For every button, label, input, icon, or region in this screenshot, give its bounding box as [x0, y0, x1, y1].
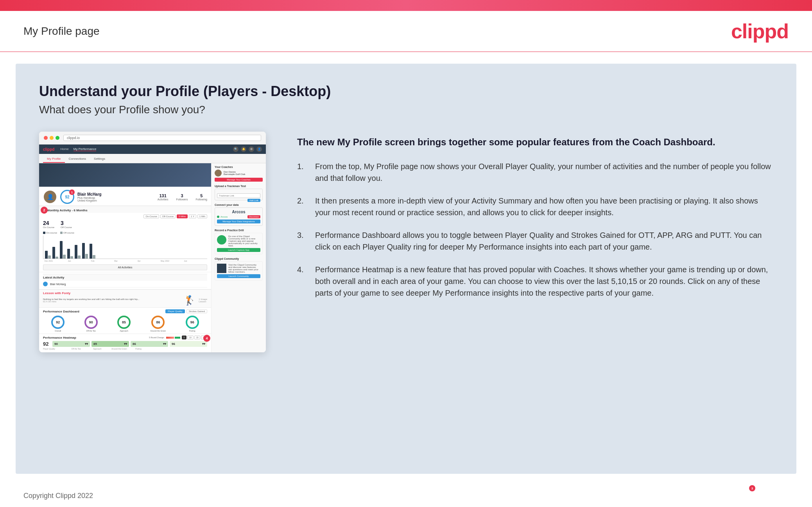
followers-stat: 3 Followers — [176, 193, 188, 201]
community-box: Visit the Clippd Community and discover … — [215, 261, 263, 280]
coach-club: Barnstaple Golf Club — [224, 173, 245, 175]
list-item: 4.Performance Heatmap is a new feature t… — [297, 264, 773, 299]
activity-section-header: Monthly Activity - 6 Months — [39, 206, 211, 213]
heatmap-controls: 5 Round Change: 5 10 15 — [149, 336, 207, 339]
ring-app[interactable]: 85 Approach — [117, 316, 131, 332]
rounds-15[interactable]: 15 — [194, 336, 201, 339]
url-bar[interactable]: clippd.io — [63, 135, 261, 141]
lesson-title: Lesson with Fonty — [43, 291, 207, 295]
heatmap-header: Performance Heatmap 5 Round Change: 5 — [43, 336, 207, 339]
ring-arg[interactable]: 86 Around the Green — [151, 316, 166, 332]
add-link-button[interactable]: Add Link — [247, 199, 260, 202]
activity-row[interactable]: Blair McHarg — [43, 281, 207, 287]
launch-drill-button[interactable]: Launch Capture App — [217, 248, 260, 252]
ring-ott-circle: 90 — [84, 316, 98, 329]
toggle-strokes-gained[interactable]: Strokes Gained — [186, 309, 207, 313]
coach-info: Dan Davies Barnstaple Golf Club — [224, 171, 245, 175]
pill-all[interactable]: 1 Mth — [197, 214, 207, 218]
ring-arg-label: Around the Green — [151, 330, 166, 332]
trackman-box: Add Link — [215, 189, 263, 200]
connected-row: Arccos Disconnect — [217, 215, 260, 218]
heatmap-cell-ott[interactable]: 90 ▾▾ — [52, 341, 90, 347]
toggle-player-quality[interactable]: Player Quality — [165, 309, 185, 313]
ring-overall[interactable]: 92 Overall — [51, 316, 65, 332]
heatmap-title: Performance Heatmap — [43, 336, 76, 339]
quality-ring[interactable]: 92 1 — [60, 190, 74, 204]
nav-link-performance[interactable]: My Performance — [73, 147, 97, 151]
xaxis-label: Mar — [114, 260, 136, 262]
tab-my-profile[interactable]: My Profile — [43, 155, 65, 163]
heatmap-cell-putt[interactable]: 96 ▾▾ — [170, 341, 207, 347]
bar-off-course — [70, 256, 73, 259]
trend-up-bar — [175, 337, 180, 339]
quality-rings-row: 92 Overall 90 Off the Tee 85 Approach — [43, 316, 207, 332]
tab-connections[interactable]: Connections — [65, 155, 90, 163]
xaxis-label: Dec 2021 — [45, 260, 66, 262]
item-text: It then presents a more in-depth view of… — [315, 195, 773, 218]
legend-dot-off — [60, 232, 63, 234]
numbered-list: 1.From the top, My Profile page now show… — [297, 161, 773, 299]
bar-group — [60, 241, 66, 259]
bell-icon[interactable]: 🔔 — [241, 146, 246, 152]
user-icon[interactable]: 👤 — [256, 146, 262, 152]
following-label: Following — [195, 198, 207, 201]
list-item: 1.From the top, My Profile page now show… — [297, 161, 773, 184]
ring-arg-circle: 86 — [151, 316, 165, 329]
pill-both[interactable]: 5 Mths — [177, 214, 188, 218]
ring-app-label: Approach — [120, 330, 128, 332]
right-panel: Your Coaches Dan Davies Barnstaple Golf … — [211, 163, 266, 352]
browser-nav: clippd Home My Performance 🔍 🔔 ⚙ 👤 — [39, 145, 266, 154]
pill-1y[interactable]: 1 Y — [189, 214, 196, 218]
coach-avatar — [215, 170, 222, 177]
bar-on-course — [82, 243, 85, 259]
item-num: 2. — [297, 195, 309, 218]
pill-on[interactable]: On-Course — [143, 214, 159, 218]
dot-green — [56, 136, 59, 140]
bar-chart — [43, 236, 207, 259]
trend-down-bar — [166, 337, 174, 339]
browser-left: 👤 92 1 Blair McHarg Plus Handicap — [39, 163, 211, 352]
disconnect-button[interactable]: Disconnect — [247, 215, 260, 218]
heatmap-cell-arg[interactable]: 86 ▾▾ — [131, 341, 168, 347]
profile-tabs: My Profile Connections Settings — [39, 154, 266, 163]
item-text: Performance Heatmap is a new feature tha… — [315, 264, 773, 299]
footer: Copyright Clippd 2022 — [0, 486, 812, 506]
nav-link-home[interactable]: Home — [60, 147, 68, 151]
header: My Profile page clippd — [0, 11, 812, 52]
lesson-content: Nothing to feel like my targets are work… — [43, 295, 207, 306]
on-course-label: On Course — [43, 226, 54, 229]
connected-label: Arccos — [220, 216, 228, 218]
app-val: 85 — [93, 342, 97, 346]
dot-yellow — [50, 136, 54, 140]
annotation-badge-4: 4 — [203, 335, 210, 342]
putt-trend-down: ▾▾ — [202, 342, 205, 346]
putt-val: 96 — [172, 342, 175, 346]
manage-integrations-button[interactable]: Manage Your Data Integrations — [217, 220, 260, 223]
label-approach: Approach — [93, 348, 101, 350]
heatmap-cell-app[interactable]: 85 ▾▾ — [91, 341, 129, 347]
lesson-coach-label: Lesson — [199, 300, 207, 303]
browser-main: 👤 92 1 Blair McHarg Plus Handicap — [39, 163, 266, 352]
legend-off-label: Off-course — [63, 232, 74, 234]
rounds-10[interactable]: 10 — [187, 336, 194, 339]
launch-community-button[interactable]: Launch Community — [217, 274, 260, 278]
community-image — [217, 264, 226, 273]
perf-title: Performance Dashboard — [43, 310, 79, 313]
rounds-5[interactable]: 5 — [182, 336, 187, 339]
coach-item: Dan Davies Barnstaple Golf Club — [215, 170, 263, 177]
tab-settings[interactable]: Settings — [90, 155, 109, 163]
all-activities-button[interactable]: All Activities — [43, 264, 207, 270]
coaches-section: Your Coaches Dan Davies Barnstaple Golf … — [215, 166, 263, 182]
latest-activity-header: Latest Activity — [43, 274, 207, 281]
pill-off[interactable]: Off-Course — [160, 214, 176, 218]
trackman-section: Upload a Trackman Test Add Link — [215, 185, 263, 200]
trackman-input[interactable] — [217, 193, 260, 198]
search-icon[interactable]: 🔍 — [233, 146, 238, 152]
settings-icon[interactable]: ⚙ — [249, 146, 254, 152]
label-player-quality: Player Quality — [43, 348, 55, 350]
manage-coaches-button[interactable]: Manage Your Coaches — [215, 178, 263, 182]
ring-putt[interactable]: 96 Putting — [186, 316, 199, 332]
ring-ott[interactable]: 90 Off the Tee — [84, 316, 98, 332]
bar-off-course — [78, 255, 81, 259]
ring-app-circle: 85 — [117, 316, 131, 329]
